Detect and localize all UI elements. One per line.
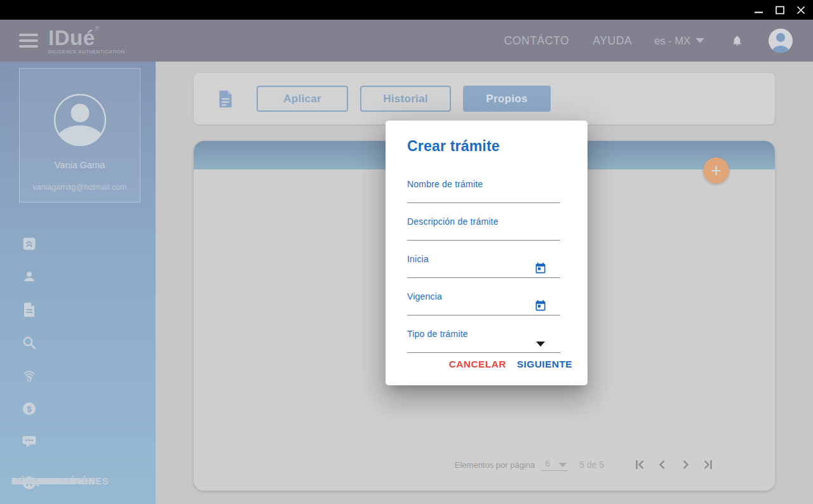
last-page-icon[interactable]	[701, 457, 716, 472]
chevron-left-icon[interactable]	[655, 457, 670, 472]
field-label: Tipo de trámite	[407, 329, 468, 339]
pagination-bar: Elementos por página 6 5 de 5	[194, 455, 775, 474]
nav-contacto[interactable]: CONTÁCTO	[504, 34, 569, 48]
logo-text: IDué	[48, 26, 95, 50]
dialog-actions: CANCELAR SIGUIENTE	[449, 359, 572, 370]
field-inicia: Inicia	[407, 241, 560, 278]
field-descripcion-de-tramite: Descripción de trámite	[407, 203, 560, 241]
sidebar: Vania Gama vaniagamag@hotmail.com PLANES…	[0, 62, 156, 504]
logo-tagline: DILIGENCE AUTHENTICATION	[48, 50, 125, 55]
field-label: Inicia	[407, 254, 429, 264]
sidebar-item-cerrar-sesion[interactable]: CERRAR SESIÓN	[0, 467, 156, 500]
calendar-icon[interactable]	[534, 262, 547, 275]
tab-aplicar[interactable]: Aplicar	[257, 86, 348, 112]
field-tipo-de-tramite: Tipo de trámite	[407, 315, 560, 353]
user-avatar-icon	[20, 94, 140, 149]
profile-avatar[interactable]	[769, 29, 793, 53]
tabs-bar: Aplicar Historial Propios	[194, 73, 775, 124]
chevron-right-icon[interactable]	[678, 457, 693, 472]
sidebar-item-label: CERRAR SESIÓN	[11, 475, 96, 486]
descripcion-de-tramite-input[interactable]	[407, 226, 560, 240]
sidebar-item-tramites[interactable]: TRÁMITES	[0, 293, 156, 326]
field-label: Nombre de trámite	[407, 179, 483, 189]
sidebar-item-autenticaciones[interactable]: AUTENTICACIONES	[0, 359, 156, 392]
sidebar-item-acerca-de[interactable]: ACERCA DE	[0, 425, 156, 458]
dialog-fields: Nombre de trámite Descripción de trámite…	[407, 166, 566, 353]
user-name: Vania Gama	[20, 160, 140, 170]
language-value: es - MX	[654, 35, 690, 47]
fingerprint-icon	[22, 369, 37, 383]
first-page-icon[interactable]	[632, 457, 647, 472]
app-logo[interactable]: IDué® DILIGENCE AUTHENTICATION	[48, 27, 125, 55]
calendar-icon[interactable]	[534, 300, 547, 312]
sidebar-item-busquedas[interactable]: BÚSQUEDAS	[0, 326, 156, 359]
items-per-page-select[interactable]: 6	[541, 458, 568, 471]
field-nombre-de-tramite: Nombre de trámite	[407, 166, 560, 203]
nombre-de-tramite-input[interactable]	[407, 189, 560, 202]
maximize-icon[interactable]	[775, 5, 784, 15]
user-profile-card: Vania Gama vaniagamag@hotmail.com	[19, 68, 140, 202]
minimize-icon[interactable]	[754, 5, 763, 15]
cancelar-button[interactable]: CANCELAR	[449, 359, 506, 370]
chevron-down-icon	[695, 38, 704, 43]
menu-icon[interactable]	[19, 34, 38, 48]
field-vigencia: Vigencia	[407, 278, 560, 315]
bell-icon[interactable]	[731, 34, 743, 48]
dropdown-caret-icon[interactable]	[536, 342, 545, 347]
person-icon	[22, 270, 37, 284]
search-icon	[22, 336, 37, 350]
crear-tramite-dialog: Crear trámite Nombre de trámite Descripc…	[386, 121, 588, 385]
plans-icon	[22, 237, 37, 251]
app-header: IDué® DILIGENCE AUTHENTICATION CONTÁCTO …	[0, 20, 813, 62]
items-per-page-value: 6	[545, 458, 550, 468]
dollar-icon: $	[22, 402, 37, 416]
pagination-nav	[632, 457, 716, 472]
header-nav: CONTÁCTO AYUDA es - MX	[504, 29, 813, 53]
tab-propios[interactable]: Propios	[463, 86, 551, 112]
sidebar-item-suscripciones[interactable]: $ SUSCRIPCIONES	[0, 392, 156, 425]
chat-icon	[22, 435, 37, 448]
nav-ayuda[interactable]: AYUDA	[593, 34, 632, 48]
add-tramite-button[interactable]: +	[703, 157, 729, 183]
sidebar-item-informacion[interactable]: INFORMACIÓN	[0, 260, 156, 293]
tab-historial[interactable]: Historial	[360, 86, 451, 112]
language-selector[interactable]: es - MX	[654, 35, 704, 47]
page-range-label: 5 de 5	[579, 460, 604, 470]
field-label: Descripción de trámite	[407, 216, 499, 227]
os-titlebar	[0, 0, 813, 20]
sidebar-menu: PLANES INFORMACIÓN TRÁMITES BÚSQUEDAS AU…	[0, 227, 156, 500]
tab-group: Aplicar Historial Propios	[257, 86, 551, 112]
sidebar-item-planes[interactable]: PLANES	[0, 227, 156, 260]
document-icon	[218, 90, 233, 108]
field-label: Vigencia	[407, 291, 442, 302]
siguiente-button[interactable]: SIGUIENTE	[517, 359, 572, 370]
chevron-down-icon	[559, 463, 567, 467]
items-per-page-label: Elementos por página	[455, 460, 535, 470]
registered-mark: ®	[95, 25, 100, 32]
window-controls	[754, 0, 805, 20]
close-icon[interactable]	[796, 5, 805, 15]
document-icon	[22, 303, 37, 317]
dialog-title: Crear trámite	[407, 138, 566, 155]
user-email: vaniagamag@hotmail.com	[20, 183, 140, 192]
svg-text:$: $	[27, 404, 32, 414]
